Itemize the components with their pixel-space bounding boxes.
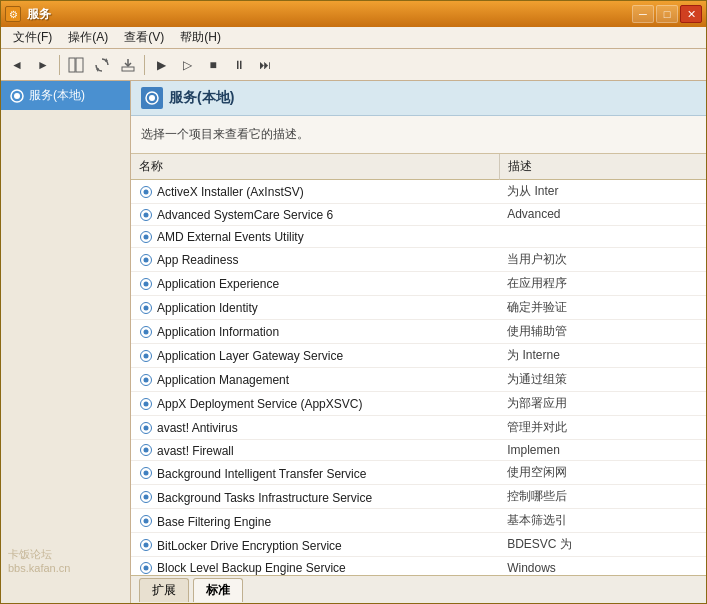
description-text: 选择一个项目来查看它的描述。: [141, 127, 309, 141]
export-button[interactable]: [116, 53, 140, 77]
service-name: Advanced SystemCare Service 6: [157, 208, 333, 222]
forward-button[interactable]: ►: [31, 53, 55, 77]
service-desc-cell: 控制哪些后: [499, 485, 706, 509]
services-table-container[interactable]: 名称 描述 ActiveX Installer (AxInstSV)为从 Int…: [131, 154, 706, 575]
main-window: ⚙ 服务 ─ □ ✕ 文件(F) 操作(A) 查看(V) 帮助(H) ◄ ►: [0, 0, 707, 604]
service-name-cell: Application Management: [131, 367, 499, 391]
col-name[interactable]: 名称: [131, 154, 499, 180]
title-bar: ⚙ 服务 ─ □ ✕: [1, 1, 706, 27]
right-panel: 服务(本地) 选择一个项目来查看它的描述。 名称 描述 ActiveX Inst…: [131, 81, 706, 603]
table-row[interactable]: Base Filtering Engine基本筛选引: [131, 509, 706, 533]
minimize-button[interactable]: ─: [632, 5, 654, 23]
service-row-icon: [139, 397, 153, 411]
service-row-icon: [139, 561, 153, 575]
svg-point-39: [144, 543, 149, 548]
service-name: Application Identity: [157, 301, 258, 315]
menu-help[interactable]: 帮助(H): [172, 27, 229, 48]
service-desc-cell: 为从 Inter: [499, 180, 706, 204]
table-row[interactable]: avast! Antivirus管理并对此: [131, 415, 706, 439]
service-row-icon: [139, 466, 153, 480]
table-row[interactable]: ActiveX Installer (AxInstSV)为从 Inter: [131, 180, 706, 204]
menu-file[interactable]: 文件(F): [5, 27, 60, 48]
service-desc-cell: [499, 225, 706, 247]
service-desc-cell: 为部署应用: [499, 391, 706, 415]
table-row[interactable]: avast! FirewallImplemen: [131, 439, 706, 461]
export-icon: [120, 57, 136, 73]
service-row-icon: [139, 208, 153, 222]
restart-button[interactable]: ⏭: [253, 53, 277, 77]
svg-point-27: [144, 401, 149, 406]
table-row[interactable]: Background Intelligent Transfer Service使…: [131, 461, 706, 485]
table-row[interactable]: Block Level Backup Engine ServiceWindows: [131, 557, 706, 575]
service-row-icon: [139, 490, 153, 504]
service-name: Background Intelligent Transfer Service: [157, 466, 366, 480]
table-row[interactable]: BitLocker Drive Encryption ServiceBDESVC…: [131, 533, 706, 557]
table-row[interactable]: Application Information使用辅助管: [131, 319, 706, 343]
service-name: Background Tasks Infrastructure Service: [157, 490, 372, 504]
pause-button[interactable]: ⏸: [227, 53, 251, 77]
tab-standard[interactable]: 标准: [193, 578, 243, 602]
service-row-icon: [139, 538, 153, 552]
table-row[interactable]: Application Layer Gateway Service为 Inter…: [131, 343, 706, 367]
service-desc-cell: 当用户初次: [499, 247, 706, 271]
maximize-button[interactable]: □: [656, 5, 678, 23]
svg-point-23: [144, 353, 149, 358]
service-desc-cell: 管理并对此: [499, 415, 706, 439]
service-name: Application Experience: [157, 277, 279, 291]
service-row-icon: [139, 253, 153, 267]
services-header-icon: [144, 90, 160, 106]
service-row-icon: [139, 277, 153, 291]
sidebar: 服务(本地): [1, 81, 131, 603]
title-bar-controls: ─ □ ✕: [632, 5, 702, 23]
service-name-cell: avast! Firewall: [131, 439, 499, 461]
table-row[interactable]: Advanced SystemCare Service 6Advanced: [131, 204, 706, 226]
service-desc-cell: Implemen: [499, 439, 706, 461]
svg-point-31: [144, 448, 149, 453]
svg-point-33: [144, 471, 149, 476]
table-row[interactable]: App Readiness当用户初次: [131, 247, 706, 271]
refresh-button[interactable]: [90, 53, 114, 77]
sidebar-item-local-services[interactable]: 服务(本地): [1, 81, 130, 110]
svg-point-7: [149, 95, 155, 101]
table-row[interactable]: Application Experience在应用程序: [131, 271, 706, 295]
services-table: 名称 描述 ActiveX Installer (AxInstSV)为从 Int…: [131, 154, 706, 575]
svg-point-9: [144, 189, 149, 194]
service-name-cell: Application Identity: [131, 295, 499, 319]
table-row[interactable]: Application Management为通过组策: [131, 367, 706, 391]
service-name: AppX Deployment Service (AppXSVC): [157, 397, 362, 411]
back-button[interactable]: ◄: [5, 53, 29, 77]
service-name-cell: Block Level Backup Engine Service: [131, 557, 499, 575]
service-desc-cell: Advanced: [499, 204, 706, 226]
title-bar-left: ⚙ 服务: [5, 6, 51, 23]
service-row-icon: [139, 514, 153, 528]
service-name-cell: ActiveX Installer (AxInstSV): [131, 180, 499, 204]
table-row[interactable]: AMD External Events Utility: [131, 225, 706, 247]
sidebar-item-label: 服务(本地): [29, 87, 85, 104]
service-name: AMD External Events Utility: [157, 230, 304, 244]
play2-button[interactable]: ▷: [175, 53, 199, 77]
refresh-icon: [94, 57, 110, 73]
col-desc[interactable]: 描述: [499, 154, 706, 180]
service-row-icon: [139, 443, 153, 457]
description-panel: 选择一个项目来查看它的描述。: [131, 116, 706, 154]
play-button[interactable]: ▶: [149, 53, 173, 77]
menu-view[interactable]: 查看(V): [116, 27, 172, 48]
close-button[interactable]: ✕: [680, 5, 702, 23]
service-desc-cell: 为 Interne: [499, 343, 706, 367]
service-name: App Readiness: [157, 253, 238, 267]
main-content: 服务(本地) 服务(本地) 选择一个项目来查看它的描述。: [1, 81, 706, 603]
menu-action[interactable]: 操作(A): [60, 27, 116, 48]
svg-rect-0: [69, 58, 75, 72]
svg-point-41: [144, 566, 149, 571]
table-row[interactable]: AppX Deployment Service (AppXSVC)为部署应用: [131, 391, 706, 415]
tab-extended[interactable]: 扩展: [139, 578, 189, 602]
table-row[interactable]: Background Tasks Infrastructure Service控…: [131, 485, 706, 509]
service-desc-cell: 使用辅助管: [499, 319, 706, 343]
table-row[interactable]: Application Identity确定并验证: [131, 295, 706, 319]
service-name-cell: AppX Deployment Service (AppXSVC): [131, 391, 499, 415]
service-name-cell: avast! Antivirus: [131, 415, 499, 439]
show-hide-button[interactable]: [64, 53, 88, 77]
toolbar: ◄ ► ▶ ▷ ■ ⏸ ⏭: [1, 49, 706, 81]
service-desc-cell: BDESVC 为: [499, 533, 706, 557]
stop-button[interactable]: ■: [201, 53, 225, 77]
